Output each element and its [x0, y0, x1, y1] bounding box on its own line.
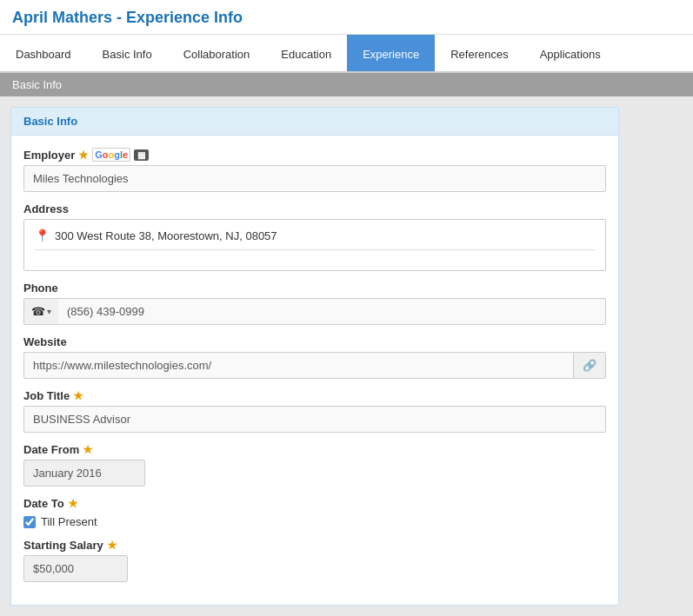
address-field: Address 📍 300 West Route 38, Moorestown,… — [23, 202, 606, 271]
employer-field: Employer ★ Google ▦ — [23, 148, 606, 192]
date-from-input[interactable] — [23, 460, 145, 487]
map-icon[interactable]: ▦ — [134, 149, 149, 161]
nav-tabs: Dashboard Basic Info Collaboration Educa… — [0, 35, 693, 73]
till-present-row: Till Present — [23, 515, 606, 528]
website-link-button[interactable]: 🔗 — [573, 352, 606, 379]
tab-education[interactable]: Education — [265, 35, 347, 71]
address-box: 📍 300 West Route 38, Moorestown, NJ, 080… — [23, 219, 606, 271]
address-label: Address — [23, 202, 69, 215]
page-title: April Mathers - Experience Info — [0, 0, 693, 35]
chevron-down-icon: ▾ — [47, 307, 51, 316]
tab-references[interactable]: References — [435, 35, 523, 71]
website-field: Website 🔗 — [23, 335, 606, 379]
phone-field: Phone ☎ ▾ — [23, 282, 606, 325]
tab-experience[interactable]: Experience — [347, 35, 435, 71]
phone-label: Phone — [23, 282, 58, 295]
starting-salary-required-star: ★ — [107, 539, 117, 552]
breadcrumb-label: Basic Info — [12, 78, 62, 91]
date-from-label: Date From — [23, 443, 79, 456]
google-icon[interactable]: Google — [92, 148, 130, 162]
breadcrumb-bar: Basic Info — [0, 73, 693, 96]
phone-prefix-button[interactable]: ☎ ▾ — [23, 298, 58, 325]
employer-label: Employer — [23, 149, 75, 162]
card-header: Basic Info — [11, 108, 618, 136]
job-title-input[interactable] — [23, 406, 606, 433]
main-card: Basic Info Employer ★ Google ▦ Address — [10, 107, 619, 606]
tab-dashboard[interactable]: Dashboard — [0, 35, 87, 71]
employer-input[interactable] — [23, 165, 606, 192]
date-to-required-star: ★ — [68, 497, 78, 510]
tab-basic-info[interactable]: Basic Info — [87, 35, 168, 71]
website-input[interactable] — [23, 352, 573, 379]
date-from-required-star: ★ — [83, 443, 93, 456]
till-present-checkbox[interactable] — [23, 516, 36, 528]
tab-collaboration[interactable]: Collaboration — [168, 35, 266, 71]
website-label: Website — [23, 335, 67, 348]
date-to-label: Date To — [23, 497, 64, 510]
tab-applications[interactable]: Applications — [524, 35, 616, 71]
starting-salary-label: Starting Salary — [23, 539, 103, 552]
phone-icon: ☎ — [31, 305, 45, 318]
phone-input[interactable] — [58, 298, 606, 325]
job-title-required-star: ★ — [73, 389, 83, 402]
job-title-label: Job Title — [23, 389, 70, 402]
date-to-field: Date To ★ Till Present — [23, 497, 606, 528]
starting-salary-input[interactable] — [23, 555, 128, 582]
date-from-field: Date From ★ — [23, 443, 606, 487]
employer-required-star: ★ — [78, 149, 89, 162]
till-present-label[interactable]: Till Present — [41, 515, 97, 528]
address-value: 300 West Route 38, Moorestown, NJ, 08057 — [55, 229, 277, 242]
pin-icon: 📍 — [35, 229, 50, 242]
job-title-field: Job Title ★ — [23, 389, 606, 433]
starting-salary-field: Starting Salary ★ — [23, 539, 606, 582]
